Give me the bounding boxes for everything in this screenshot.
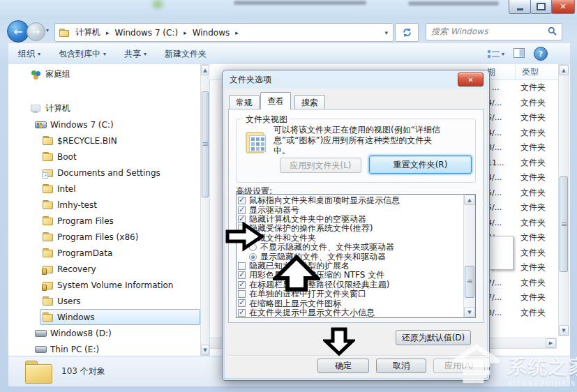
tree-item-label[interactable]: Documents and Settings — [57, 168, 160, 178]
chevron-right-icon[interactable]: ▸ — [103, 29, 113, 36]
breadcrumb-item[interactable]: 计算机 ▸ — [73, 24, 113, 41]
tree-item[interactable]: Thin PC (E:) — [10, 341, 200, 355]
scroll-up-button[interactable]: ▲ — [201, 65, 209, 75]
tree-item[interactable]: Users — [10, 293, 200, 309]
scrollbar-thumb[interactable] — [560, 176, 568, 272]
tree-item[interactable]: Program Files — [10, 213, 200, 229]
tree-item-label[interactable]: Program Files (x86) — [57, 232, 138, 242]
tree-item-label[interactable]: 家庭组 — [45, 68, 70, 80]
scrollbar-thumb[interactable] — [202, 91, 209, 197]
tree-item-label[interactable]: Windows8 (D:) — [50, 329, 112, 338]
tree-item[interactable]: Windows 7 (C:) — [10, 116, 200, 133]
tree-item-label[interactable]: Recovery — [57, 264, 96, 274]
tree-item[interactable]: lmhy-test — [10, 197, 200, 213]
tree-item-label[interactable]: Program Files — [57, 216, 114, 226]
tree-item-label[interactable]: Users — [57, 296, 81, 306]
scroll-down-button[interactable]: ▼ — [201, 345, 209, 355]
toolbar-item[interactable]: 组织 ▾ — [18, 48, 40, 60]
setting-control[interactable] — [238, 309, 246, 317]
setting-control[interactable] — [249, 253, 257, 261]
tab-label[interactable]: 查看 — [267, 96, 284, 107]
apply-to-folders-button[interactable]: 应用到文件夹(L) — [280, 158, 361, 173]
search-input[interactable]: 搜索 Windows — [426, 23, 562, 40]
ok-button[interactable]: 确定 — [317, 359, 369, 373]
tab-label[interactable]: 常规 — [236, 97, 253, 109]
scroll-up-button[interactable]: ▲ — [464, 195, 475, 205]
minimize-button[interactable] — [509, 0, 531, 14]
setting-control[interactable] — [238, 299, 246, 307]
tree-item-label[interactable]: 计算机 — [45, 103, 70, 114]
recent-pages-dropdown[interactable]: ▾ — [46, 27, 49, 33]
breadcrumb-label[interactable]: 计算机 — [73, 27, 103, 38]
forward-button[interactable]: → — [27, 22, 45, 41]
toolbar-item[interactable]: 包含到库中 ▾ — [59, 48, 106, 60]
tree-item-label[interactable]: lmhy-test — [57, 200, 97, 210]
tab-label[interactable]: 搜索 — [301, 97, 318, 109]
toolbar-item-label[interactable]: 组织 — [18, 48, 35, 60]
chevron-right-icon[interactable]: ▸ — [232, 29, 242, 36]
apply-button[interactable]: 应用(A) — [433, 359, 485, 373]
scroll-up-button[interactable]: ▲ — [559, 65, 569, 75]
scrollbar-thumb[interactable] — [465, 266, 474, 298]
help-button[interactable]: ? — [534, 47, 548, 61]
breadcrumb-item[interactable]: Windows ▸ — [190, 24, 242, 41]
breadcrumb-item[interactable]: Windows 7 (C:) ▸ — [113, 24, 190, 41]
tree-item[interactable]: $RECYCLE.BIN — [10, 133, 200, 149]
search-icon[interactable] — [548, 27, 557, 38]
list-scrollbar[interactable]: ▲ ▼ — [463, 195, 475, 317]
setting-control[interactable] — [238, 290, 246, 298]
chevron-right-icon[interactable]: ▸ — [180, 29, 190, 36]
restore-defaults-button[interactable]: 还原为默认值(D) — [396, 330, 471, 345]
cancel-button[interactable]: 取消 — [376, 359, 426, 373]
reset-folders-button[interactable]: 重置文件夹(R) — [369, 156, 472, 174]
setting-control[interactable] — [238, 281, 246, 289]
dialog-tab[interactable]: 查看 — [260, 92, 291, 110]
tree-item[interactable]: Documents and Settings — [10, 165, 200, 181]
dialog-tab[interactable]: 搜索 — [294, 95, 325, 110]
address-bar[interactable]: 计算机 ▸ Windows 7 (C:) ▸ Windows ▸ ▾ — [54, 23, 394, 42]
tree-item[interactable]: Program Files (x86) — [10, 229, 200, 245]
tree-item-label[interactable]: ProgramData — [57, 248, 112, 258]
toolbar-item-label[interactable]: 新建文件夹 — [165, 48, 207, 60]
close-button[interactable]: ✕ — [551, 0, 575, 14]
tree-item[interactable]: Boot — [10, 149, 200, 165]
tree-item-label[interactable]: Intel — [57, 184, 76, 194]
toolbar-item-label[interactable]: 包含到库中 — [59, 48, 100, 60]
tree-item[interactable]: 计算机 — [10, 100, 200, 116]
tree-item[interactable]: ProgramData — [10, 245, 200, 261]
vertical-scrollbar[interactable]: ▲ ▼ — [558, 64, 569, 336]
tree-item-label[interactable]: System Volume Information — [57, 280, 173, 290]
dialog-close-button[interactable]: ✕ — [458, 73, 484, 86]
tree-scrollbar[interactable]: ▲ ▼ — [200, 64, 210, 356]
scroll-down-button[interactable]: ▼ — [464, 307, 475, 317]
tree-item-label[interactable]: Windows 7 (C:) — [50, 120, 114, 130]
toolbar-item[interactable]: 新建文件夹 ▾ — [165, 48, 207, 60]
tree-item-label[interactable]: Thin PC (E:) — [50, 345, 99, 354]
scroll-right-button[interactable]: ▶ — [546, 338, 556, 348]
scroll-down-button[interactable]: ▼ — [559, 325, 569, 336]
tree-item-label[interactable]: Windows — [57, 312, 95, 322]
tree-item[interactable]: Intel — [10, 181, 200, 197]
toolbar-item-label[interactable]: 共享 — [124, 48, 141, 60]
tree-item[interactable]: Recovery — [10, 261, 200, 277]
breadcrumb-label[interactable]: Windows — [190, 28, 232, 38]
tree-item-label[interactable]: $RECYCLE.BIN — [57, 136, 117, 146]
tree-item-label[interactable]: Boot — [57, 152, 77, 162]
toolbar-item[interactable]: 共享 ▾ — [124, 48, 147, 60]
breadcrumb-label[interactable]: Windows 7 (C:) — [113, 28, 181, 38]
column-header-type[interactable]: 类型 — [516, 64, 562, 80]
maximize-button[interactable] — [530, 0, 552, 14]
setting-control[interactable] — [238, 271, 246, 279]
tree-item[interactable]: 家庭组 — [10, 66, 200, 82]
tree-item[interactable]: Windows — [10, 309, 200, 325]
address-dropdown-icon[interactable]: ▾ — [380, 29, 393, 36]
preview-pane-button[interactable] — [514, 48, 525, 60]
change-view-button[interactable]: ▾ — [488, 50, 504, 59]
setting-control[interactable] — [238, 262, 246, 270]
setting-control[interactable] — [238, 197, 246, 204]
tree-item[interactable]: System Volume Information — [10, 277, 200, 293]
refresh-button[interactable] — [395, 23, 419, 42]
dialog-tab[interactable]: 常规 — [229, 95, 260, 110]
setting-row[interactable]: 在文件夹提示中显示文件大小信息 — [238, 308, 462, 317]
tree-item[interactable]: Windows8 (D:) — [10, 325, 200, 341]
